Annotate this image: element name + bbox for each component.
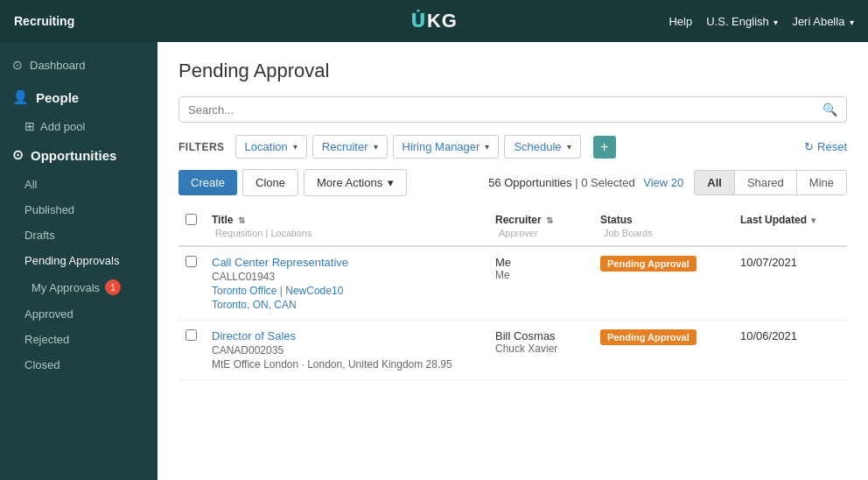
add-filter-button[interactable]: + [593, 136, 616, 159]
sidebar-item-my-approvals[interactable]: My Approvals 1 [0, 273, 158, 301]
closed-label: Closed [24, 358, 60, 371]
more-actions-caret: ▾ [388, 176, 394, 189]
sidebar-people-label: People [36, 90, 79, 105]
schedule-caret: ▾ [567, 142, 571, 152]
row-1-title[interactable]: Call Center Representative [212, 256, 481, 269]
sidebar-item-all[interactable]: All [0, 172, 158, 197]
row-2-status: Pending Approval [600, 329, 696, 345]
brand-label: Recruiting [14, 14, 74, 28]
people-icon: 👤 [12, 89, 29, 105]
row-1-status: Pending Approval [600, 256, 696, 272]
opportunities-icon: ⊙ [12, 147, 24, 163]
sidebar-item-closed[interactable]: Closed [0, 352, 158, 378]
location-caret: ▾ [293, 142, 298, 152]
shared-toggle-button[interactable]: Shared [735, 171, 797, 194]
header-last-updated: Last Updated ▾ [733, 214, 847, 238]
row-1-approver: Me [495, 269, 586, 281]
location-filter[interactable]: Location ▾ [235, 135, 307, 159]
mine-toggle-button[interactable]: Mine [797, 171, 846, 194]
reset-filters-link[interactable]: ↻ Reset [804, 140, 847, 153]
sidebar-item-pending-approvals[interactable]: Pending Approvals [0, 248, 158, 273]
header-checkbox [178, 214, 205, 238]
rejected-label: Rejected [24, 333, 69, 346]
row-1-date: 10/07/2021 [740, 256, 797, 269]
header-status: Status Job Boards [593, 214, 733, 238]
row-2-recruiter: Bill Cosmas [495, 329, 586, 342]
sidebar-item-drafts[interactable]: Drafts [0, 222, 158, 248]
sidebar-item-dashboard[interactable]: ⊙ Dashboard [0, 49, 158, 81]
header-recruiter-sub: Approver [495, 228, 586, 238]
sidebar-add-pool[interactable]: ⊞ Add pool [0, 114, 158, 138]
opportunities-table: Title ⇅ Requisition | Locations Recruite… [178, 207, 847, 380]
filters-label: FILTERS [178, 141, 225, 153]
sidebar-item-published[interactable]: Published [0, 197, 158, 222]
sidebar-item-approved[interactable]: Approved [0, 301, 158, 327]
title-sort-icon[interactable]: ⇅ [238, 215, 245, 225]
language-dropdown[interactable]: U.S. English ▾ [706, 15, 778, 28]
create-button[interactable]: Create [178, 170, 237, 195]
row-2-requisition: CANAD002035 [212, 344, 481, 356]
approved-label: Approved [24, 307, 74, 321]
main-layout: ⊙ Dashboard 👤 People ⊞ Add pool ⊙ Opport… [0, 42, 868, 480]
main-content: Pending Approval 🔍 FILTERS Location ▾ Re… [158, 42, 868, 480]
row-1-recruiter: Me [495, 256, 586, 269]
recruiter-caret: ▾ [374, 142, 378, 152]
row-1-checkbox[interactable] [186, 256, 197, 267]
row-2-checkbox[interactable] [186, 329, 197, 341]
opportunity-count: 56 Opportunities [488, 176, 571, 189]
reset-icon: ↻ [804, 140, 814, 153]
header-title-sub: Requisition | Locations [212, 228, 481, 238]
dashboard-icon: ⊙ [12, 58, 23, 72]
header-recruiter: Recruiter ⇅ Approver [488, 214, 593, 238]
all-toggle-button[interactable]: All [695, 171, 735, 194]
plus-icon: ⊞ [24, 119, 35, 133]
add-pool-label: Add pool [40, 120, 85, 133]
recruiter-sort-icon[interactable]: ⇅ [546, 215, 553, 225]
drafts-label: Drafts [24, 229, 55, 242]
last-updated-sort-icon[interactable]: ▾ [811, 215, 816, 225]
row-2-approver: Chuck Xavier [495, 342, 586, 355]
row-2-location1: MtE Office London · London, United Kingd… [212, 358, 481, 371]
selected-count: 0 Selected [581, 176, 634, 189]
clone-button[interactable]: Clone [242, 169, 298, 196]
more-actions-button[interactable]: More Actions ▾ [304, 169, 407, 196]
view-link[interactable]: View 20 [643, 176, 683, 189]
table-row: Director of Sales CANAD002035 MtE Office… [178, 321, 847, 380]
published-label: Published [24, 203, 74, 216]
search-input[interactable] [188, 103, 822, 116]
toolbar-info: 56 Opportunities | 0 Selected View 20 [488, 176, 683, 189]
table-row: Call Center Representative CALLC01943 To… [178, 247, 847, 321]
sidebar-dashboard-label: Dashboard [30, 59, 86, 72]
user-caret: ▾ [850, 18, 854, 27]
my-approvals-badge: 1 [105, 279, 121, 295]
top-nav-right: Help U.S. English ▾ Jeri Abella ▾ [668, 15, 854, 28]
search-bar: 🔍 [178, 96, 847, 123]
toolbar: Create Clone More Actions ▾ 56 Opportuni… [178, 169, 847, 196]
sidebar-opportunities-header[interactable]: ⊙ Opportunities [0, 138, 158, 172]
top-nav: Recruiting U̇KG Help U.S. English ▾ Jeri… [0, 0, 868, 42]
view-toggle-group: All Shared Mine [694, 170, 847, 195]
logo-dot: U̇ [410, 10, 427, 32]
user-dropdown[interactable]: Jeri Abella ▾ [792, 15, 854, 28]
row-1-requisition: CALLC01943 [212, 271, 481, 283]
row-1-location2: Toronto, ON, CAN [212, 299, 481, 311]
row-2-title[interactable]: Director of Sales [212, 329, 481, 342]
help-link[interactable]: Help [668, 15, 692, 28]
hiring-manager-filter[interactable]: Hiring Manager ▾ [393, 135, 500, 159]
search-icon: 🔍 [822, 102, 837, 116]
select-all-checkbox[interactable] [186, 214, 197, 225]
row-1-location1: Toronto Office | NewCode10 [212, 285, 481, 297]
sidebar-opportunities-label: Opportunities [31, 148, 116, 163]
recruiter-filter[interactable]: Recruiter ▾ [312, 135, 388, 159]
pending-approvals-label: Pending Approvals [24, 254, 119, 267]
table-header: Title ⇅ Requisition | Locations Recruite… [178, 207, 847, 247]
sidebar-item-rejected[interactable]: Rejected [0, 327, 158, 352]
row-2-date: 10/06/2021 [740, 329, 797, 342]
app-logo: U̇KG [410, 10, 458, 32]
sidebar-item-people[interactable]: 👤 People [0, 81, 158, 114]
language-caret: ▾ [774, 18, 778, 27]
schedule-filter[interactable]: Schedule ▾ [504, 135, 580, 159]
header-status-sub: Job Boards [600, 228, 726, 238]
hiring-manager-caret: ▾ [485, 142, 489, 152]
page-title: Pending Approval [178, 60, 847, 82]
